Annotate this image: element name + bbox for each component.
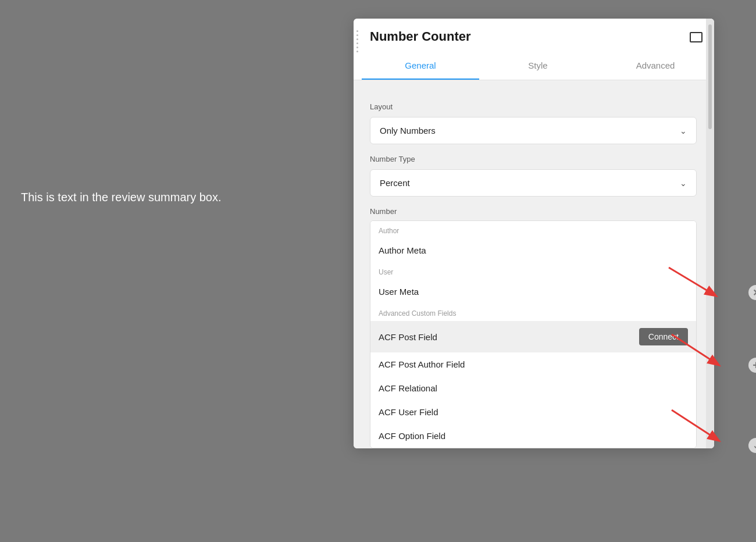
dropdown-item-user-meta[interactable]: User Meta	[370, 280, 696, 304]
layout-select[interactable]: Only Numbers ⌄	[370, 117, 697, 144]
grip-handle[interactable]	[354, 19, 361, 448]
tab-general[interactable]: General	[362, 52, 479, 80]
grip-dot	[356, 30, 358, 32]
group-label-author: Author	[370, 221, 696, 238]
grip-dot	[356, 47, 358, 48]
chevron-down-icon: ⌄	[680, 126, 687, 136]
add-button[interactable]: +	[748, 358, 756, 373]
grip-dot	[356, 51, 358, 52]
number-type-value: Percent	[380, 178, 410, 188]
scrollbar[interactable]	[706, 19, 714, 448]
layout-label: Layout	[370, 102, 697, 111]
tab-bar: General Style Advanced	[354, 52, 714, 80]
scroll-down-button[interactable]: ⌄	[748, 438, 756, 453]
group-label-user: User	[370, 262, 696, 280]
number-label: Number	[370, 207, 397, 216]
remove-button[interactable]: ✕	[748, 285, 756, 300]
panel: Number Counter General Style Advanced La…	[0, 0, 756, 430]
number-type-select[interactable]: Percent ⌄	[370, 169, 697, 197]
panel-container: Number Counter General Style Advanced La…	[354, 19, 714, 448]
layout-value: Only Numbers	[380, 126, 436, 136]
dropdown-item-acf-user-field[interactable]: ACF User Field	[370, 400, 696, 424]
panel-content: Layout Only Numbers ⌄ Number Type Percen…	[354, 80, 714, 448]
tab-advanced[interactable]: Advanced	[597, 52, 714, 80]
number-type-label: Number Type	[370, 155, 697, 163]
number-dropdown: Author Author Meta User User Meta Advanc…	[370, 220, 697, 448]
minimize-icon[interactable]	[690, 32, 702, 42]
dropdown-item-acf-post-field[interactable]: ACF Post Field Connect	[370, 321, 696, 352]
grip-dot	[356, 34, 358, 36]
connect-button[interactable]: Connect	[639, 328, 688, 345]
grip-dot	[356, 42, 358, 44]
grip-dot	[356, 38, 358, 40]
dropdown-item-author-meta[interactable]: Author Meta	[370, 238, 696, 262]
number-section-header: Number	[370, 207, 697, 216]
chevron-down-icon: ⌄	[680, 179, 687, 188]
panel-header: Number Counter	[354, 19, 714, 52]
dropdown-item-acf-relational[interactable]: ACF Relational	[370, 376, 696, 400]
dropdown-item-acf-option-field[interactable]: ACF Option Field	[370, 424, 696, 448]
tab-style[interactable]: Style	[479, 52, 597, 80]
dropdown-item-acf-post-author[interactable]: ACF Post Author Field	[370, 352, 696, 376]
panel-title: Number Counter	[370, 29, 471, 52]
group-label-acf: Advanced Custom Fields	[370, 304, 696, 321]
